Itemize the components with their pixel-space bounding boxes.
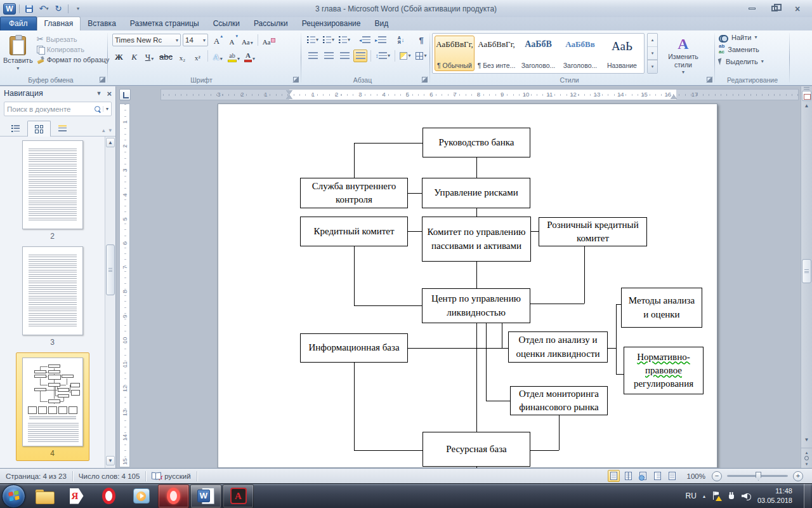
view-print-layout-button[interactable] (608, 470, 620, 482)
thumbnail-page-2[interactable] (22, 140, 83, 229)
hanging-indent-marker[interactable] (286, 95, 292, 99)
multilevel-list-button[interactable]: ▾ (337, 34, 351, 46)
tab-вид[interactable]: Вид (367, 17, 395, 30)
thumbnail-page-4-selected[interactable]: 4 (16, 352, 89, 461)
nav-tab-headings[interactable] (4, 120, 27, 136)
highlight-button[interactable]: ab▾ (226, 50, 241, 62)
change-styles-button[interactable]: А Изменить стили ▾ (660, 33, 706, 76)
decrease-indent-button[interactable]: ◂ (358, 34, 372, 46)
tab-ссылки[interactable]: Ссылки (206, 17, 247, 30)
numbering-button[interactable]: ▾ (322, 34, 336, 46)
font-family-combo[interactable]: Times New Rc▾ (112, 34, 181, 46)
taskbar-acrobat-button[interactable]: A (223, 485, 254, 508)
format-painter-button[interactable]: Формат по образцу (37, 56, 110, 64)
zoom-slider-thumb[interactable] (756, 472, 761, 481)
first-line-indent-marker[interactable] (286, 90, 292, 95)
thumbnail-page-4[interactable] (22, 358, 83, 446)
text-effects-button[interactable]: А▾ (211, 50, 225, 62)
zoom-level[interactable]: 100% (687, 472, 705, 480)
flowchart-box-4[interactable]: Комитет по управлению пассивами и актива… (422, 217, 531, 262)
clear-formatting-button[interactable]: Аа (261, 34, 277, 46)
search-input[interactable] (7, 105, 93, 113)
taskbar-opera-running-button[interactable] (158, 485, 189, 508)
change-case-button[interactable]: Аа▾ (240, 34, 254, 46)
clock[interactable]: 11:48 03.05.2018 (757, 486, 797, 505)
font-size-combo[interactable]: 14▾ (183, 34, 208, 46)
search-options-icon[interactable]: ▾ (103, 106, 108, 112)
style-item-1[interactable]: АаБбВвГг,¶ Без инте... (476, 36, 516, 71)
align-right-button[interactable] (337, 50, 351, 62)
bold-button[interactable]: Ж (112, 50, 126, 62)
tab-вставка[interactable]: Вставка (81, 17, 123, 30)
shading-button[interactable]: ▾ (398, 50, 412, 62)
tab-рецензирование[interactable]: Рецензирование (295, 17, 368, 30)
style-item-4[interactable]: АаЬНазвание (602, 36, 642, 71)
flowchart-box-3[interactable]: Кредитный комитет (300, 217, 408, 246)
find-button[interactable]: Найти▾ (719, 34, 790, 41)
word-app-icon[interactable]: W (3, 3, 16, 15)
align-left-button[interactable] (306, 50, 320, 62)
styles-dialog-launcher[interactable] (706, 76, 713, 83)
flowchart-box-2[interactable]: Управление рисками (422, 178, 530, 208)
minimize-button[interactable] (745, 3, 759, 15)
font-dialog-launcher[interactable] (292, 76, 299, 83)
tab-file[interactable]: Файл (0, 17, 37, 30)
zoom-in-button[interactable]: + (793, 471, 803, 481)
grow-font-button[interactable]: А▴ (210, 34, 223, 46)
tab-главная[interactable]: Главная (37, 17, 81, 30)
select-browse-object-button[interactable] (804, 456, 809, 460)
word-count-status[interactable]: Число слов: 4 105 (73, 469, 146, 483)
flowchart-box-1[interactable]: Служба внутреннего контроля (300, 178, 408, 208)
style-item-0[interactable]: АаБбВвГг,¶ Обычный (435, 36, 475, 71)
nav-scroll-down-button[interactable]: ▼ (106, 456, 115, 465)
tab-рассылки[interactable]: Рассылки (247, 17, 295, 30)
taskbar-opera-button[interactable] (93, 485, 124, 508)
paste-button[interactable]: Вставить ▾ (2, 32, 34, 75)
next-heading-icon[interactable]: ▾ (108, 127, 112, 133)
previous-page-button[interactable]: ▴ (806, 450, 808, 455)
taskbar-word-button[interactable]: W (190, 485, 221, 508)
sort-button[interactable]: АЯ↓ (394, 34, 408, 46)
proofing-status[interactable]: ✗ русский (146, 469, 196, 483)
navigation-options-icon[interactable]: ▼ (96, 90, 102, 97)
styles-gallery-more[interactable]: ▾ (648, 60, 657, 73)
scroll-up-button[interactable]: ▲ (801, 103, 812, 109)
flowchart-box-9[interactable]: Отдел по анализу и оценки ликвидности (508, 331, 608, 363)
copy-button[interactable]: Копировать (37, 46, 110, 53)
flowchart-box-12[interactable]: Ресурсная база (422, 432, 530, 467)
close-button[interactable]: × (790, 3, 804, 15)
page-number-status[interactable]: Страница: 4 из 23 (0, 469, 72, 483)
volume-icon[interactable] (742, 492, 751, 500)
customize-qat-button[interactable]: ▾ (72, 3, 84, 15)
italic-button[interactable]: К (128, 50, 141, 62)
flowchart-box-0[interactable]: Руководство банка (422, 128, 530, 157)
font-color-button[interactable]: А▾ (243, 50, 256, 62)
nav-scroll-up-button[interactable]: ▲ (106, 138, 115, 147)
shrink-font-button[interactable]: А▾ (225, 34, 239, 46)
styles-scroll-up[interactable]: ▴ (648, 34, 657, 47)
previous-heading-icon[interactable]: ▴ (102, 127, 105, 133)
start-button[interactable] (2, 485, 25, 508)
show-marks-button[interactable]: ¶ (414, 34, 428, 46)
clipboard-dialog-launcher[interactable] (99, 76, 106, 83)
taskbar-media-player-button[interactable] (126, 485, 157, 508)
action-center-icon[interactable] (712, 491, 721, 500)
nav-scroll-thumb[interactable] (106, 244, 115, 295)
restore-button[interactable] (768, 3, 782, 15)
flowchart-box-7[interactable]: Методы анализа и оценки (621, 288, 702, 328)
taskbar-yandex-button[interactable]: Я (61, 485, 92, 508)
superscript-button[interactable]: x² (191, 50, 204, 62)
zoom-slider-track[interactable] (727, 475, 788, 477)
show-desktop-button[interactable] (804, 484, 811, 508)
styles-scroll-down[interactable]: ▾ (648, 47, 657, 60)
replace-button[interactable]: abacЗаменить (719, 44, 790, 55)
scroll-thumb[interactable] (802, 259, 811, 283)
ruler-toggle-button[interactable] (802, 91, 811, 101)
borders-button[interactable]: ▾ (414, 50, 428, 62)
thumbnail-page-3[interactable] (22, 246, 83, 335)
save-button[interactable] (23, 3, 36, 15)
taskbar-explorer-button[interactable] (29, 485, 60, 508)
next-page-button[interactable]: ▾ (806, 461, 808, 467)
language-status[interactable]: русский (164, 472, 190, 480)
view-fullscreen-reading-button[interactable] (622, 470, 634, 482)
